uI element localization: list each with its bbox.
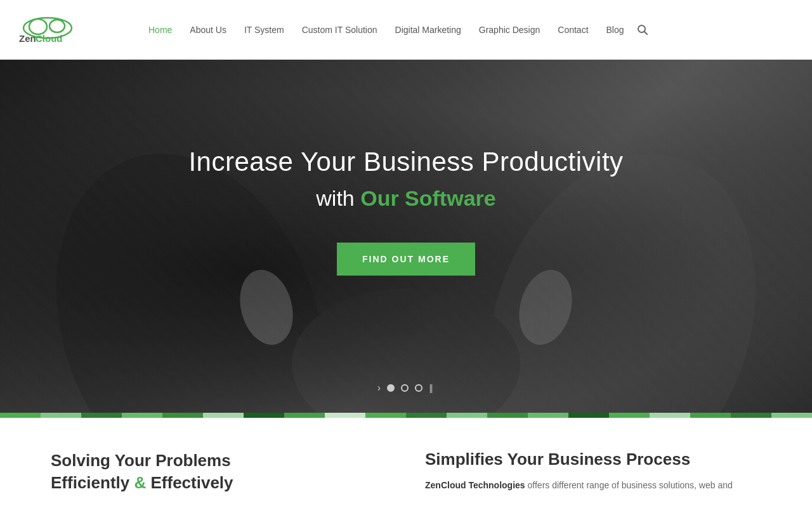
bottom-right-body-text: offers different range of business solut… bbox=[525, 480, 733, 490]
color-bar-segment bbox=[365, 413, 406, 418]
nav-item-blog[interactable]: Blog bbox=[598, 18, 633, 41]
bottom-right-heading: Simplifies Your Business Process bbox=[425, 450, 761, 469]
color-bar-segment bbox=[0, 413, 41, 418]
search-icon[interactable] bbox=[637, 24, 648, 36]
bottom-left-line2-post: Effectively bbox=[146, 473, 233, 492]
hero-title: Increase Your Business Productivity bbox=[188, 147, 623, 177]
svg-text:Zen: Zen bbox=[19, 33, 36, 44]
bottom-left: Solving Your Problems Efficiently & Effe… bbox=[51, 450, 387, 494]
color-bar-segment bbox=[81, 413, 122, 418]
nav-links: Home About Us IT System Custom IT Soluti… bbox=[140, 18, 799, 41]
color-bar-segment bbox=[609, 413, 650, 418]
hero-controls: › ∥ bbox=[0, 382, 812, 394]
bottom-right: Simplifies Your Business Process ZenClou… bbox=[425, 450, 761, 494]
bottom-left-heading: Solving Your Problems Efficiently & Effe… bbox=[51, 450, 387, 494]
hero-dot-3[interactable] bbox=[415, 384, 422, 392]
color-bar-segment bbox=[447, 413, 487, 418]
color-bar-segment bbox=[406, 413, 447, 418]
find-out-more-button[interactable]: FIND OUT MORE bbox=[337, 243, 475, 276]
bottom-left-line1: Solving Your Problems bbox=[51, 451, 231, 470]
hero-section: Increase Your Business Productivity with… bbox=[0, 60, 812, 413]
color-bar-segment bbox=[528, 413, 568, 418]
svg-point-2 bbox=[49, 20, 65, 32]
logo[interactable]: Zen Cloud bbox=[13, 14, 114, 46]
nav-item-about[interactable]: About Us bbox=[181, 18, 235, 41]
logo-image: Zen Cloud bbox=[13, 14, 82, 46]
color-bar-segment bbox=[568, 413, 609, 418]
color-bar-segment bbox=[771, 413, 812, 418]
hero-content: Increase Your Business Productivity with… bbox=[188, 147, 623, 326]
nav-item-graphic-design[interactable]: Graphic Design bbox=[470, 18, 549, 41]
navbar: Zen Cloud Home About Us IT System Custom… bbox=[0, 0, 812, 60]
svg-line-6 bbox=[644, 31, 647, 34]
color-bar-segment bbox=[162, 413, 203, 418]
bottom-section: Solving Your Problems Efficiently & Effe… bbox=[0, 418, 812, 508]
nav-item-custom-solution[interactable]: Custom IT Solution bbox=[293, 18, 386, 41]
hero-subtitle-pre: with bbox=[316, 186, 360, 210]
color-bar-segment bbox=[487, 413, 528, 418]
bottom-right-body: ZenCloud Technologies offers different r… bbox=[425, 478, 761, 492]
nav-item-contact[interactable]: Contact bbox=[549, 18, 597, 41]
hero-next-arrow[interactable]: › bbox=[377, 382, 381, 394]
color-bar-segment bbox=[650, 413, 690, 418]
svg-point-1 bbox=[29, 19, 47, 34]
bottom-right-brand: ZenCloud Technologies bbox=[425, 480, 525, 490]
hero-dot-2[interactable] bbox=[401, 384, 409, 392]
color-bar-segment bbox=[731, 413, 771, 418]
color-bar-segment bbox=[325, 413, 365, 418]
hero-subtitle-highlight: Our Software bbox=[360, 186, 495, 210]
color-bar-segment bbox=[41, 413, 81, 418]
svg-text:Cloud: Cloud bbox=[36, 33, 63, 44]
nav-item-home[interactable]: Home bbox=[140, 18, 181, 41]
hero-subtitle: with Our Software bbox=[188, 186, 623, 211]
color-bar-segment bbox=[284, 413, 325, 418]
nav-item-digital-marketing[interactable]: Digital Marketing bbox=[386, 18, 470, 41]
color-bar-segment bbox=[690, 413, 731, 418]
color-bar bbox=[0, 413, 812, 418]
bottom-left-line2-pre: Efficiently bbox=[51, 473, 134, 492]
color-bar-segment bbox=[203, 413, 244, 418]
hero-dot-1[interactable] bbox=[387, 384, 395, 392]
hero-pause-button[interactable]: ∥ bbox=[429, 383, 435, 393]
nav-item-it-system[interactable]: IT System bbox=[235, 18, 293, 41]
bottom-left-amp: & bbox=[134, 473, 146, 492]
color-bar-segment bbox=[122, 413, 162, 418]
color-bar-segment bbox=[244, 413, 284, 418]
